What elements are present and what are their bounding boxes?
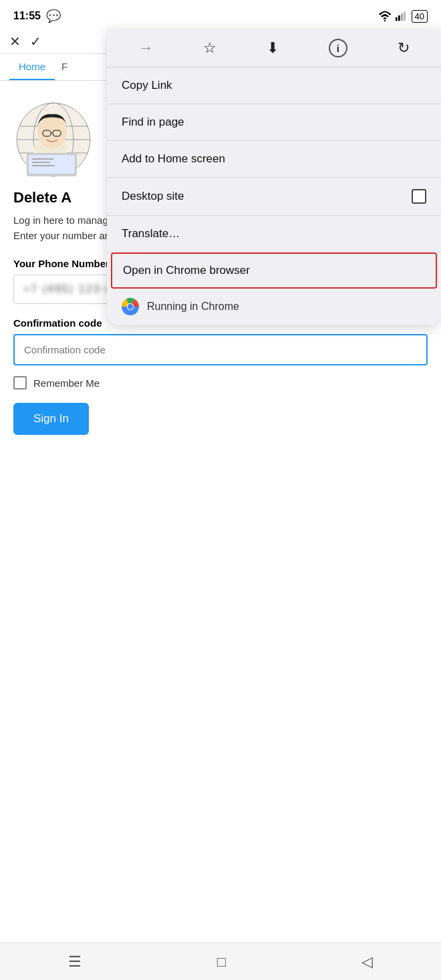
desktop-site-checkbox[interactable] [412,189,426,204]
home-nav-icon[interactable]: □ [217,953,226,971]
svg-point-7 [128,304,133,309]
menu-item-add-to-home[interactable]: Add to Home screen [107,141,441,178]
desktop-site-label: Desktop site [122,190,184,203]
svg-point-15 [37,115,67,148]
status-bar: 11:55 💬 40 [0,0,441,29]
back-nav-icon[interactable]: ◁ [361,953,373,971]
add-to-home-label: Add to Home screen [122,152,225,166]
description-start: Log in here [13,214,63,226]
menu-nav-icon[interactable]: ☰ [68,953,82,971]
svg-rect-2 [401,13,403,21]
svg-rect-20 [29,155,75,174]
bottom-nav: ☰ □ ◁ [0,943,441,980]
tab-home[interactable]: Home [9,54,55,80]
refresh-icon[interactable]: ↻ [398,39,410,57]
forward-icon[interactable]: → [138,39,153,57]
find-in-page-label: Find in page [122,116,184,129]
svg-rect-0 [396,17,398,21]
menu-item-find-in-page[interactable]: Find in page [107,104,441,141]
signin-button[interactable]: Sign In [13,403,89,435]
wifi-icon [378,11,392,21]
signal-icon [396,11,408,21]
remember-checkbox[interactable] [13,376,27,389]
close-button[interactable]: ✕ [9,33,21,49]
illustration [13,93,100,180]
svg-rect-1 [398,15,400,21]
running-label: Running in Chrome [147,301,239,313]
copy-link-label: Copy Link [122,79,172,92]
svg-rect-3 [404,12,406,21]
download-icon[interactable]: ⬇ [267,39,279,57]
running-in-chrome: Running in Chrome [107,289,441,325]
open-chrome-label: Open in Chrome browser [123,264,250,277]
info-icon[interactable]: i [329,39,347,57]
status-icons: 40 [378,10,428,23]
menu-item-translate[interactable]: Translate… [107,216,441,253]
context-menu: → ☆ ⬇ i ↻ Copy Link Find in page Add to … [107,29,441,325]
status-time: 11:55 [13,10,41,22]
chrome-icon [122,298,139,315]
down-button[interactable]: ✓ [30,33,41,49]
menu-item-open-chrome[interactable]: Open in Chrome browser [111,253,437,289]
whatsapp-icon: 💬 [46,9,61,23]
menu-item-copy-link[interactable]: Copy Link [107,67,441,104]
bookmark-icon[interactable]: ☆ [203,39,216,57]
remember-label: Remember Me [33,377,100,389]
phone-value: +7 (495) 123-45 [23,283,120,295]
menu-item-desktop-site[interactable]: Desktop site [107,178,441,216]
confirm-input[interactable] [13,334,428,365]
tab-other[interactable]: F [55,54,74,80]
battery-icon: 40 [412,10,428,23]
translate-label: Translate… [122,227,180,240]
remember-row: Remember Me [13,376,428,389]
menu-toolbar: → ☆ ⬇ i ↻ [107,29,441,67]
